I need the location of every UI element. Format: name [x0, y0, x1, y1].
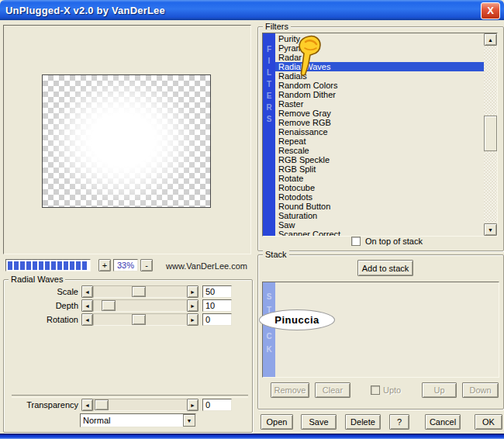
scroll-down-icon[interactable]: ▼ [484, 223, 497, 236]
filter-item[interactable]: Scanner Correct [275, 230, 484, 237]
transparency-right-arrow[interactable]: ► [187, 399, 198, 411]
pointing-hand-icon [297, 35, 322, 77]
ok-button[interactable]: OK [475, 414, 502, 430]
delete-button[interactable]: Delete [345, 414, 381, 430]
filter-listbox: FILTERS PurityPyramidsRadarRadial WavesR… [262, 33, 498, 237]
on-top-of-stack-checkbox[interactable] [351, 237, 361, 246]
scale-value-input[interactable] [202, 285, 232, 298]
stack-group: Stack Add to stack STACK Pinuccia Remove… [257, 254, 504, 410]
cancel-button[interactable]: Cancel [425, 414, 461, 430]
scrollbar-thumb[interactable] [484, 116, 497, 151]
scroll-up-icon[interactable]: ▲ [484, 33, 497, 46]
depth-slider-track[interactable] [93, 299, 188, 312]
progress-bar [5, 259, 91, 271]
separator-line [12, 395, 248, 398]
watermark-signature: Pinuccia [259, 309, 335, 330]
filter-item[interactable]: Random Colors [275, 81, 484, 90]
filter-item[interactable]: Repeat [275, 137, 484, 146]
filter-item[interactable]: Rotocube [275, 183, 484, 192]
depth-slider-thumb[interactable] [102, 300, 116, 311]
close-button[interactable]: X [481, 2, 500, 19]
progress-segment [51, 261, 56, 270]
progress-segment [70, 261, 74, 270]
progress-segment [33, 261, 37, 270]
upto-checkbox[interactable] [371, 385, 380, 395]
progress-segment [64, 261, 68, 270]
preview-image[interactable] [42, 74, 211, 208]
filter-item[interactable]: Saw [275, 220, 484, 230]
depth-right-arrow[interactable]: ► [187, 299, 198, 312]
preview-panel [3, 25, 251, 254]
depth-value-input[interactable] [202, 299, 232, 312]
depth-left-arrow[interactable]: ◄ [81, 299, 93, 312]
down-button[interactable]: Down [462, 382, 499, 398]
filter-item[interactable]: Random Dither [275, 90, 484, 99]
window-title: UnPlugged-X v2.0 by VanDerLee [0, 5, 165, 16]
scale-slider-thumb[interactable] [132, 286, 146, 297]
filter-item[interactable]: Remove Gray [275, 109, 484, 118]
filters-group: Filters FILTERS PurityPyramidsRadarRadia… [257, 26, 504, 251]
remove-button[interactable]: Remove [271, 382, 309, 398]
filters-group-label: Filters [263, 22, 291, 31]
transparency-left-arrow[interactable]: ◄ [81, 399, 93, 411]
filter-item[interactable]: Remove RGB [275, 118, 484, 127]
filter-item[interactable]: Rotodots [275, 192, 484, 202]
title-bar[interactable]: UnPlugged-X v2.0 by VanDerLee X [0, 0, 504, 20]
strip-letter: S [263, 113, 275, 125]
filter-item[interactable]: Renaissance [275, 127, 484, 137]
strip-letter: E [263, 90, 275, 102]
window-bottom-border [0, 434, 504, 439]
strip-letter: C [263, 330, 275, 343]
filter-item[interactable]: RGB Speckle [275, 155, 484, 164]
zoom-in-button[interactable]: + [98, 259, 111, 271]
up-button[interactable]: Up [422, 382, 457, 398]
strip-letter: L [263, 67, 275, 78]
filter-item[interactable]: Saturation [275, 211, 484, 220]
help-button[interactable]: ? [389, 414, 409, 430]
progress-segment [14, 261, 19, 270]
rotation-label: Rotation [10, 313, 78, 326]
parameters-group: Radial Waves Scale ◄ ► Depth ◄ ► Rotatio… [3, 279, 253, 433]
open-button[interactable]: Open [261, 414, 293, 430]
save-button[interactable]: Save [301, 414, 337, 430]
strip-letter: F [263, 43, 275, 55]
transparency-slider-thumb[interactable] [95, 399, 109, 410]
upto-label: Upto [383, 385, 401, 395]
add-to-stack-button[interactable]: Add to stack [357, 260, 413, 276]
blend-mode-select[interactable]: Normal ▼ [80, 413, 196, 427]
rotation-slider-track[interactable] [93, 313, 188, 326]
progress-segment [8, 261, 12, 270]
rotation-left-arrow[interactable]: ◄ [81, 313, 93, 326]
progress-segment [57, 261, 62, 270]
filter-item[interactable]: Rotate [275, 174, 484, 183]
scale-right-arrow[interactable]: ► [187, 285, 198, 298]
transparency-label: Transparency [10, 399, 78, 411]
zoom-level-display: 33% [113, 259, 138, 271]
filters-scrollbar[interactable]: ▲ ▼ [484, 33, 497, 236]
strip-letter: S [263, 290, 275, 303]
on-top-of-stack-label[interactable]: On top of stack [365, 237, 423, 247]
transparency-slider-track[interactable] [93, 399, 188, 411]
filter-item[interactable]: Round Button [275, 202, 484, 211]
chevron-down-icon[interactable]: ▼ [183, 414, 195, 427]
scale-left-arrow[interactable]: ◄ [81, 285, 93, 298]
filter-item[interactable]: Rescale [275, 146, 484, 155]
filter-item[interactable]: RGB Split [275, 164, 484, 174]
unplugged-x-dialog: UnPlugged-X v2.0 by VanDerLee X + 33% - … [0, 0, 504, 439]
strip-letter: K [263, 343, 275, 356]
transparency-value-input[interactable] [202, 399, 232, 411]
clear-button[interactable]: Clear [315, 382, 350, 398]
filter-item[interactable]: Raster [275, 99, 484, 109]
vendor-website-link[interactable]: www.VanDerLee.com [166, 261, 247, 271]
strip-letter: T [263, 78, 275, 90]
progress-segment [39, 261, 43, 270]
zoom-out-button[interactable]: - [140, 259, 153, 271]
parameters-group-label: Radial Waves [9, 275, 65, 284]
scale-label: Scale [10, 285, 78, 298]
scale-slider-track[interactable] [93, 285, 188, 298]
progress-segment [26, 261, 31, 270]
rotation-value-input[interactable] [202, 313, 232, 326]
rotation-right-arrow[interactable]: ► [187, 313, 198, 326]
rotation-slider-thumb[interactable] [132, 314, 146, 325]
depth-label: Depth [10, 299, 78, 312]
